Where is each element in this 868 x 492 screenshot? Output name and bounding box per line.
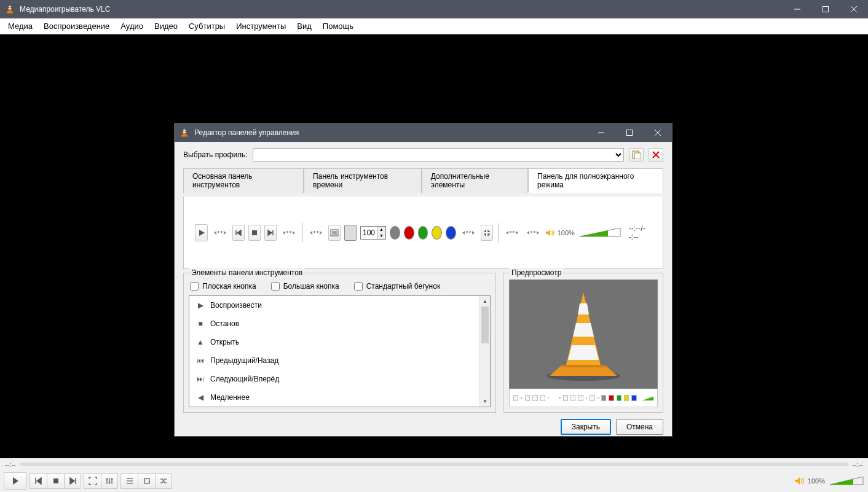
tab-time-toolbar[interactable]: Панель инструментов времени [304,168,422,193]
svg-rect-1 [8,8,11,9]
tb-color-green[interactable] [418,226,428,240]
mini-btn [631,395,636,401]
dialog-title: Редактор панелей управления [194,128,587,137]
svg-rect-9 [627,130,633,136]
tb-defullscreen-button[interactable] [481,225,493,241]
dialog-minimize-button[interactable] [587,123,615,142]
preview-controls [509,389,658,407]
volume-triangle-icon[interactable] [578,227,621,239]
seek-slider[interactable] [20,463,849,466]
tb-page-input[interactable] [361,227,377,239]
svg-point-27 [109,482,111,483]
scroll-thumb[interactable] [481,307,489,343]
dialog-buttons: Закрыть Отмена [183,416,663,435]
tb-color-blue[interactable] [446,226,456,240]
list-item: ⏮Предыдущий/Назад [189,351,490,370]
tb-teletext-button[interactable] [328,225,341,241]
close-button[interactable] [840,0,868,18]
tb-color-grey[interactable] [390,226,400,240]
ext-settings-button[interactable] [101,473,118,489]
menu-playback[interactable]: Воспроизведение [38,18,115,34]
window-title: Медиапроигрыватель VLC [20,5,783,14]
time-total: --:-- [852,461,863,468]
close-dialog-button[interactable]: Закрыть [561,419,611,435]
mini-btn [624,395,629,401]
bottom-bar: --:-- --:-- 100% [0,458,868,492]
tb-spacer-4[interactable] [460,231,477,235]
mini-btn [590,395,594,401]
checkbox-flat[interactable]: Плоская кнопка [190,282,256,291]
elements-legend: Элементы панели инструментов [189,268,305,277]
seek-row: --:-- --:-- [0,458,868,471]
menu-view[interactable]: Вид [291,18,317,34]
play-icon: ▶ [197,301,204,310]
loop-button[interactable] [138,473,155,489]
menu-audio[interactable]: Аудио [115,18,149,34]
tb-spacer-6[interactable] [524,231,542,235]
playlist-button[interactable] [120,473,138,489]
prev-button[interactable] [30,473,47,489]
tb-next-button[interactable] [264,225,277,241]
spin-down[interactable]: ▼ [377,233,385,239]
delete-profile-button[interactable] [649,148,663,162]
checkbox-slider[interactable]: Стандартный бегунок [354,282,441,291]
tab-main-toolbar[interactable]: Основная панель инструментов [183,168,304,193]
menu-subtitles[interactable]: Субтитры [183,18,231,34]
tb-volume[interactable]: 100% [545,227,621,239]
preview-fieldset: Предпросмотр [503,273,663,413]
stop-button[interactable] [47,473,64,489]
mini-btn [532,395,537,401]
scroll-down[interactable]: ▼ [480,396,490,407]
fullscreen-button[interactable] [84,473,101,489]
mini-btn [578,395,583,401]
tb-color-yellow[interactable] [432,226,442,240]
tb-prev-button[interactable] [232,225,245,241]
svg-rect-0 [9,6,11,7]
tb-color-red[interactable] [404,226,414,240]
new-profile-button[interactable] [629,148,644,162]
tb-spacer-1[interactable] [211,231,229,235]
dialog-close-button[interactable] [644,123,672,142]
eject-icon: ▲ [197,338,204,346]
tb-spacer-2[interactable] [280,231,298,235]
elements-list[interactable]: ▶Воспроизвести ■Останов ▲Открыть ⏮Предыд… [189,295,491,407]
speaker-icon [794,476,805,486]
toolbar-editor-dialog: Редактор панелей управления Выбрать проф… [174,123,673,437]
tb-page-spinner[interactable]: ▲▼ [360,226,386,240]
tabs: Основная панель инструментов Панель инст… [183,168,663,193]
list-scrollbar[interactable]: ▲ ▼ [479,296,490,407]
mini-btn [570,395,575,401]
tb-spacer-5[interactable] [503,231,521,235]
mini-btn [563,395,568,401]
fullscreen-toolbar-preview[interactable]: ▲▼ 100% - [183,197,663,269]
vlc-icon [180,128,189,138]
spin-up[interactable]: ▲ [377,227,385,233]
list-item: ◀Медленнее [189,388,490,407]
checkbox-big[interactable]: Большая кнопка [271,282,339,291]
maximize-button[interactable] [811,0,840,18]
volume-slider[interactable] [829,475,864,486]
volume-control[interactable]: 100% [794,475,864,486]
shuffle-button[interactable] [155,473,172,489]
menu-media[interactable]: Медиа [2,18,38,34]
menu-video[interactable]: Видео [149,18,183,34]
tab-advanced[interactable]: Дополнительные элементы [422,168,528,193]
dialog-maximize-button[interactable] [615,123,644,142]
menu-help[interactable]: Помощь [317,18,359,34]
minimize-button[interactable] [783,0,811,18]
next-button[interactable] [64,473,81,489]
cancel-dialog-button[interactable]: Отмена [616,419,663,435]
tb-transparent-button[interactable] [344,225,357,241]
scroll-up[interactable]: ▲ [480,296,490,307]
tb-stop-button[interactable] [248,225,261,241]
profile-select[interactable] [253,148,624,162]
mini-btn [609,395,614,401]
menu-tools[interactable]: Инструменты [231,18,291,34]
tb-spacer-3[interactable] [307,231,325,235]
play-button[interactable] [4,472,27,490]
tb-play-button[interactable] [195,224,208,241]
tab-fullscreen[interactable]: Панель для полноэкранного режима [528,168,663,193]
slower-icon: ◀ [197,393,204,402]
profile-row: Выбрать профиль: [183,148,663,162]
svg-rect-22 [53,478,58,483]
